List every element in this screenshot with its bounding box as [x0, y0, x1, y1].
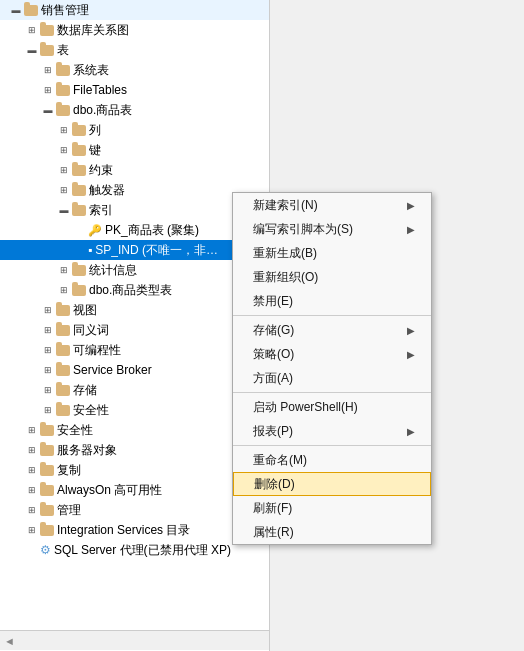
tree-item-integration[interactable]: ⊞ Integration Services 目录	[0, 520, 269, 540]
expander-systable[interactable]: ⊞	[40, 62, 56, 78]
folder-icon-replicate	[40, 465, 54, 476]
menu-item-delete[interactable]: 删除(D)	[233, 472, 431, 496]
expander-sptype[interactable]: ⊞	[56, 282, 72, 298]
expander-view[interactable]: ⊞	[40, 302, 56, 318]
menu-item-rename[interactable]: 重命名(M)	[233, 448, 431, 472]
menu-item-policy[interactable]: 策略(O) ▶	[233, 342, 431, 366]
expander-dbdiagram[interactable]: ⊞	[24, 22, 40, 38]
label-dbdiagram: 数据库关系图	[57, 22, 129, 39]
label-xiaoshou: 销售管理	[41, 2, 89, 19]
tree-item-replicate[interactable]: ⊞ 复制	[0, 460, 269, 480]
tree-item-dbdiagram[interactable]: ⊞ 数据库关系图	[0, 20, 269, 40]
menu-item-storage[interactable]: 存储(G) ▶	[233, 318, 431, 342]
expander-stats[interactable]: ⊞	[56, 262, 72, 278]
expander-programmable[interactable]: ⊞	[40, 342, 56, 358]
menu-label-refresh: 刷新(F)	[253, 500, 292, 517]
expander-alwayson[interactable]: ⊞	[24, 482, 40, 498]
tree-item-sptype[interactable]: ⊞ dbo.商品类型表	[0, 280, 269, 300]
expander-key[interactable]: ⊞	[56, 142, 72, 158]
tree-item-sqlagent[interactable]: ⚙ SQL Server 代理(已禁用代理 XP)	[0, 540, 269, 560]
folder-icon-constraint	[72, 165, 86, 176]
folder-icon-storage	[56, 385, 70, 396]
tree-scroll[interactable]: ▬ 销售管理 ⊞ 数据库关系图 ▬ 表 ⊞ 系统表 ⊞ FileTables	[0, 0, 269, 630]
menu-label-powershell: 启动 PowerShell(H)	[253, 399, 358, 416]
menu-item-script-index[interactable]: 编写索引脚本为(S) ▶	[233, 217, 431, 241]
expander-table[interactable]: ▬	[24, 42, 40, 58]
arrow-new-index: ▶	[407, 200, 415, 211]
expander-integration[interactable]: ⊞	[24, 522, 40, 538]
expander-pk	[72, 222, 88, 238]
menu-label-policy: 策略(O)	[253, 346, 294, 363]
folder-icon-col	[72, 125, 86, 136]
separator-1	[233, 315, 431, 316]
menu-item-disable[interactable]: 禁用(E)	[233, 289, 431, 313]
folder-icon-serverobj	[40, 445, 54, 456]
tree-item-shptable[interactable]: ▬ dbo.商品表	[0, 100, 269, 120]
expander-manage[interactable]: ⊞	[24, 502, 40, 518]
folder-icon-index	[72, 205, 86, 216]
tree-item-synonym[interactable]: ⊞ 同义词	[0, 320, 269, 340]
expander-xiaoshou[interactable]: ▬	[8, 2, 24, 18]
label-trigger: 触发器	[89, 182, 125, 199]
menu-item-new-index[interactable]: 新建索引(N) ▶	[233, 193, 431, 217]
tree-item-trigger[interactable]: ⊞ 触发器	[0, 180, 269, 200]
menu-label-rebuild: 重新生成(B)	[253, 245, 317, 262]
tree-item-filetables[interactable]: ⊞ FileTables	[0, 80, 269, 100]
menu-item-powershell[interactable]: 启动 PowerShell(H)	[233, 395, 431, 419]
menu-item-properties[interactable]: 属性(R)	[233, 520, 431, 544]
tree-item-key[interactable]: ⊞ 键	[0, 140, 269, 160]
expander-servicebroker[interactable]: ⊞	[40, 362, 56, 378]
expander-constraint[interactable]: ⊞	[56, 162, 72, 178]
label-servicebroker: Service Broker	[73, 363, 152, 377]
expander-trigger[interactable]: ⊞	[56, 182, 72, 198]
expander-storage[interactable]: ⊞	[40, 382, 56, 398]
menu-label-new-index: 新建索引(N)	[253, 197, 318, 214]
tree-item-security[interactable]: ⊞ 安全性	[0, 400, 269, 420]
horizontal-scrollbar[interactable]: ◄	[0, 630, 269, 650]
folder-icon-integration	[40, 525, 54, 536]
menu-item-reorganize[interactable]: 重新组织(O)	[233, 265, 431, 289]
menu-item-refresh[interactable]: 刷新(F)	[233, 496, 431, 520]
expander-synonym[interactable]: ⊞	[40, 322, 56, 338]
expander-sp	[72, 242, 88, 258]
tree-item-manage[interactable]: ⊞ 管理	[0, 500, 269, 520]
expander-serverobj[interactable]: ⊞	[24, 442, 40, 458]
tree-item-sp-index[interactable]: ▪ SP_IND (不唯一，非…	[0, 240, 269, 260]
tree-item-storage[interactable]: ⊞ 存储	[0, 380, 269, 400]
menu-item-facet[interactable]: 方面(A)	[233, 366, 431, 390]
folder-icon-table	[40, 45, 54, 56]
tree-item-pk-index[interactable]: 🔑 PK_商品表 (聚集)	[0, 220, 269, 240]
expander-col[interactable]: ⊞	[56, 122, 72, 138]
context-menu: 新建索引(N) ▶ 编写索引脚本为(S) ▶ 重新生成(B) 重新组织(O) 禁…	[232, 192, 432, 545]
label-constraint: 约束	[89, 162, 113, 179]
tree-item-constraint[interactable]: ⊞ 约束	[0, 160, 269, 180]
label-programmable: 可编程性	[73, 342, 121, 359]
arrow-policy: ▶	[407, 349, 415, 360]
expander-index[interactable]: ▬	[56, 202, 72, 218]
expander-filetables[interactable]: ⊞	[40, 82, 56, 98]
expander-securityroot[interactable]: ⊞	[24, 422, 40, 438]
tree-item-table[interactable]: ▬ 表	[0, 40, 269, 60]
tree-item-xiaoshou[interactable]: ▬ 销售管理	[0, 0, 269, 20]
tree-item-alwayson[interactable]: ⊞ AlwaysOn 高可用性	[0, 480, 269, 500]
tree-item-systable[interactable]: ⊞ 系统表	[0, 60, 269, 80]
expander-shptable[interactable]: ▬	[40, 102, 56, 118]
label-col: 列	[89, 122, 101, 139]
tree-item-securityroot[interactable]: ⊞ 安全性	[0, 420, 269, 440]
expander-security[interactable]: ⊞	[40, 402, 56, 418]
tree-item-stats[interactable]: ⊞ 统计信息	[0, 260, 269, 280]
tree-item-index[interactable]: ▬ 索引	[0, 200, 269, 220]
folder-icon-stats	[72, 265, 86, 276]
label-replicate: 复制	[57, 462, 81, 479]
expander-replicate[interactable]: ⊞	[24, 462, 40, 478]
menu-label-delete: 删除(D)	[254, 476, 295, 493]
folder-icon-dbdiagram	[40, 25, 54, 36]
menu-item-reports[interactable]: 报表(P) ▶	[233, 419, 431, 443]
tree-item-programmable[interactable]: ⊞ 可编程性	[0, 340, 269, 360]
tree-item-col[interactable]: ⊞ 列	[0, 120, 269, 140]
tree-item-servicebroker[interactable]: ⊞ Service Broker	[0, 360, 269, 380]
menu-item-rebuild[interactable]: 重新生成(B)	[233, 241, 431, 265]
scroll-indicator: ◄	[0, 635, 15, 647]
tree-item-view[interactable]: ⊞ 视图	[0, 300, 269, 320]
tree-item-serverobj[interactable]: ⊞ 服务器对象	[0, 440, 269, 460]
